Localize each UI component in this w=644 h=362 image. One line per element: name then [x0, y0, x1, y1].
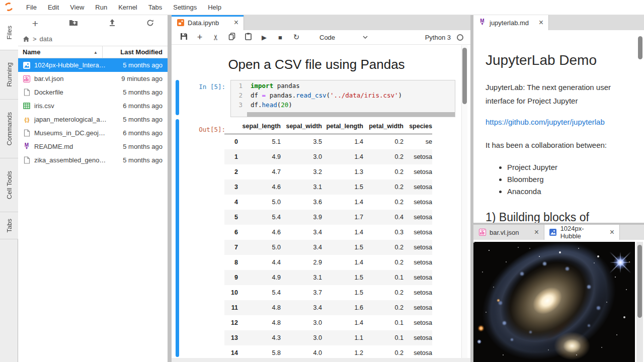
refresh-button[interactable] — [140, 19, 160, 29]
cut-cells-button[interactable]: ✂ — [208, 33, 224, 42]
save-button[interactable] — [176, 33, 192, 42]
menu-run[interactable]: Run — [90, 4, 113, 11]
table-cell: 4.9 — [238, 270, 281, 285]
sidebar-tab-files[interactable]: Files — [0, 15, 18, 50]
table-cell: 1.7 — [322, 210, 363, 225]
menu-settings[interactable]: Settings — [168, 4, 202, 11]
menu-edit[interactable]: Edit — [42, 4, 64, 11]
tab-bar-vl-json[interactable]: bar.vl.json× — [473, 225, 544, 240]
tab-jupyterlab-md[interactable]: M▼ jupyterlab.md × — [473, 15, 549, 30]
close-icon[interactable]: × — [604, 229, 614, 236]
code-horizontal-scrollbar[interactable] — [247, 112, 455, 117]
table-cell: 3.1 — [281, 179, 322, 195]
notebook-horizontal-scrollbar[interactable] — [172, 358, 470, 362]
code-cell-editor[interactable]: 1import pandas2df = pandas.read_csv('../… — [230, 80, 455, 117]
restart-kernel-button[interactable]: ↻ — [288, 33, 304, 42]
menu-file[interactable]: File — [21, 4, 42, 11]
sidebar-tab-running[interactable]: Running — [0, 50, 18, 100]
file-row[interactable]: Dockerfile5 months ago — [18, 85, 168, 99]
table-cell: 0.2 — [363, 195, 404, 210]
new-launcher-button[interactable]: + — [25, 19, 45, 29]
run-cell-button[interactable]: ▶ — [256, 34, 272, 41]
output-collapser[interactable] — [176, 119, 179, 357]
breadcrumb-current[interactable]: data — [40, 35, 52, 43]
table-cell: 0.2 — [363, 134, 404, 149]
menu-tabs[interactable]: Tabs — [143, 4, 168, 11]
file-browser-toolbar: + — [18, 15, 168, 32]
close-icon[interactable]: × — [228, 19, 238, 26]
sidebar-tab-tabs[interactable]: Tabs — [0, 212, 18, 239]
table-cell: setosa — [404, 195, 432, 210]
markdown-cell-title[interactable]: Open a CSV file using Pandas — [178, 57, 455, 72]
table-cell: 3.2 — [281, 164, 322, 179]
table-cell: 5.4 — [238, 285, 281, 300]
image-vertical-scrollbar[interactable] — [636, 242, 643, 362]
menu-kernel[interactable]: Kernel — [113, 4, 143, 11]
md-bullet-item: Anaconda — [507, 187, 637, 196]
column-header-modified[interactable]: Last Modified — [120, 48, 163, 56]
kernel-idle-icon[interactable] — [457, 34, 463, 41]
table-cell: 1.5 — [322, 270, 363, 285]
file-row[interactable]: iris.csv6 months ago — [18, 99, 168, 113]
sidebar-tab-commands[interactable]: Commands — [0, 100, 18, 158]
file-list: 1024px-Hubble_Intera…5 months agobar.vl.… — [18, 58, 168, 167]
vega-icon — [23, 75, 31, 83]
table-cell: 1.4 — [322, 149, 363, 164]
md-link[interactable]: https://github.com/jupyter/jupyterlab — [486, 118, 637, 126]
paste-cells-button[interactable] — [240, 33, 256, 42]
table-cell: 0.1 — [363, 315, 404, 330]
tab-data-ipynb[interactable]: Data.ipynb × — [172, 15, 244, 30]
image-icon — [23, 62, 30, 69]
output-prompt: Out[5]: — [172, 126, 225, 133]
new-folder-icon — [69, 19, 78, 26]
scrollbar-thumb[interactable] — [637, 245, 642, 318]
right-dock-tabbar: M▼ jupyterlab.md × — [473, 15, 644, 30]
close-icon[interactable]: × — [533, 19, 543, 26]
kernel-name[interactable]: Python 3 — [425, 34, 451, 41]
upload-button[interactable] — [102, 19, 122, 29]
file-row[interactable]: 1024px-Hubble_Intera…5 months ago — [18, 58, 168, 72]
cell-type-dropdown[interactable]: Code — [317, 34, 370, 41]
hubble-image[interactable] — [473, 242, 635, 362]
home-icon[interactable] — [23, 36, 30, 42]
table-cell: 1.4 — [322, 255, 363, 270]
dataframe-output-table: sepal_lengthsepal_widthpetal_lengthpetal… — [224, 123, 432, 358]
file-name: bar.vl.json — [34, 75, 64, 82]
sidebar-tab-label: Tabs — [6, 219, 13, 232]
file-modified: 5 months ago — [123, 116, 163, 123]
table-cell: 0.2 — [363, 179, 404, 195]
markdown-icon: M▼ — [478, 19, 486, 27]
notebook-toolbar: + ✂ ▶ ■ ↻ Code Python 3 — [172, 30, 470, 45]
notebook-vertical-scrollbar[interactable] — [461, 45, 467, 358]
menu-view[interactable]: View — [64, 4, 90, 11]
menu-bar: FileEditViewRunKernelTabsSettingsHelp — [0, 0, 644, 15]
table-cell: 0.2 — [363, 345, 404, 358]
notebook-content: Open a CSV file using Pandas In [5]: 1im… — [172, 45, 470, 358]
table-cell: setosa — [404, 240, 432, 255]
sidebar-tab-label: Running — [6, 62, 13, 86]
file-row[interactable]: zika_assembled_geno…5 months ago — [18, 153, 168, 167]
file-row[interactable]: Museums_in_DC.geoj…6 months ago — [18, 126, 168, 140]
add-cell-button[interactable]: + — [192, 32, 208, 43]
table-row: 34.63.11.50.2setosa — [224, 179, 432, 195]
table-row: 75.03.41.50.2setosa — [224, 240, 432, 255]
scrollbar-thumb[interactable] — [462, 48, 467, 104]
table-cell: 13 — [224, 330, 238, 345]
table-cell: 4.4 — [238, 255, 281, 270]
file-row[interactable]: M▼README.md5 months ago — [18, 140, 168, 153]
column-header-name[interactable]: Name — [23, 48, 40, 56]
sidebar-tab-cell-tools[interactable]: Cell Tools — [0, 158, 18, 212]
table-cell: 4.8 — [238, 315, 281, 330]
file-row[interactable]: bar.vl.json9 minutes ago — [18, 72, 168, 85]
file-row[interactable]: {:}japan_meterological_a…5 months ago — [18, 113, 168, 126]
new-folder-button[interactable] — [63, 19, 84, 28]
table-cell: 3.7 — [281, 285, 322, 300]
chevron-down-icon — [363, 36, 368, 39]
table-cell: 1.5 — [322, 285, 363, 300]
menu-help[interactable]: Help — [202, 4, 227, 11]
copy-cells-button[interactable] — [224, 33, 240, 42]
stop-kernel-button[interactable]: ■ — [272, 34, 288, 41]
markdown-scrollbar-thumb[interactable] — [638, 36, 642, 59]
tab-1024px-hubble[interactable]: 1024px-Hubble× — [544, 225, 620, 240]
close-icon[interactable]: × — [528, 229, 539, 236]
